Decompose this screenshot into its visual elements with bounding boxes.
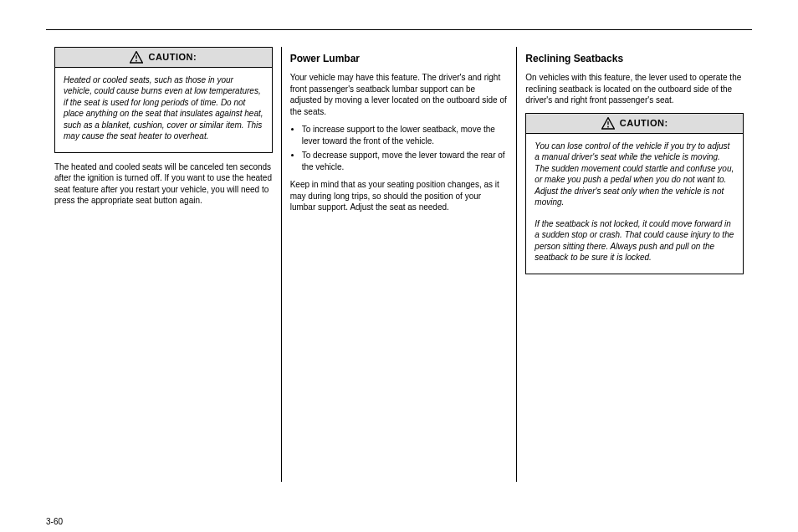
column-2: Power Lumbar Your vehicle may have this … xyxy=(281,47,517,482)
section-title-reclining: Reclining Seatbacks xyxy=(525,52,744,65)
list-item: To decrease support, move the lever towa… xyxy=(302,150,509,172)
col3-p1: On vehicles with this feature, the lever… xyxy=(525,72,744,106)
lumbar-bullets: To increase support to the lower seatbac… xyxy=(290,124,509,172)
col2-p1: Your vehicle may have this feature. The … xyxy=(290,72,509,117)
content-columns: CAUTION: Heated or cooled seats, such as… xyxy=(46,47,752,482)
caution-label-2: CAUTION: xyxy=(620,117,668,130)
page-rule-top xyxy=(46,29,752,30)
caution-text-1: Heated or cooled seats, such as those in… xyxy=(64,74,263,142)
svg-point-1 xyxy=(136,60,138,62)
column-1: CAUTION: Heated or cooled seats, such as… xyxy=(46,47,281,482)
caution-text-2a: You can lose control of the vehicle if y… xyxy=(535,141,734,208)
column-3: Reclining Seatbacks On vehicles with thi… xyxy=(516,47,752,482)
caution-text-2b: If the seatback is not locked, it could … xyxy=(535,218,734,263)
col1-paragraph: The heated and cooled seats will be canc… xyxy=(54,161,273,207)
caution-body-2: You can lose control of the vehicle if y… xyxy=(526,134,743,274)
caution-label-1: CAUTION: xyxy=(148,51,197,64)
svg-point-3 xyxy=(607,126,609,128)
warning-icon xyxy=(601,117,615,129)
caution-box-1: CAUTION: Heated or cooled seats, such as… xyxy=(54,47,273,153)
section-title-lumbar: Power Lumbar xyxy=(290,52,509,65)
warning-icon xyxy=(130,51,143,63)
page-number: 3-60 xyxy=(46,516,63,528)
caution-box-2: CAUTION: You can lose control of the veh… xyxy=(525,113,744,274)
caution-header-2: CAUTION: xyxy=(526,114,743,134)
caution-body-1: Heated or cooled seats, such as those in… xyxy=(55,68,272,152)
caution-header-1: CAUTION: xyxy=(55,48,272,68)
col2-p2: Keep in mind that as your seating positi… xyxy=(290,179,509,213)
list-item: To increase support to the lower seatbac… xyxy=(302,124,509,146)
